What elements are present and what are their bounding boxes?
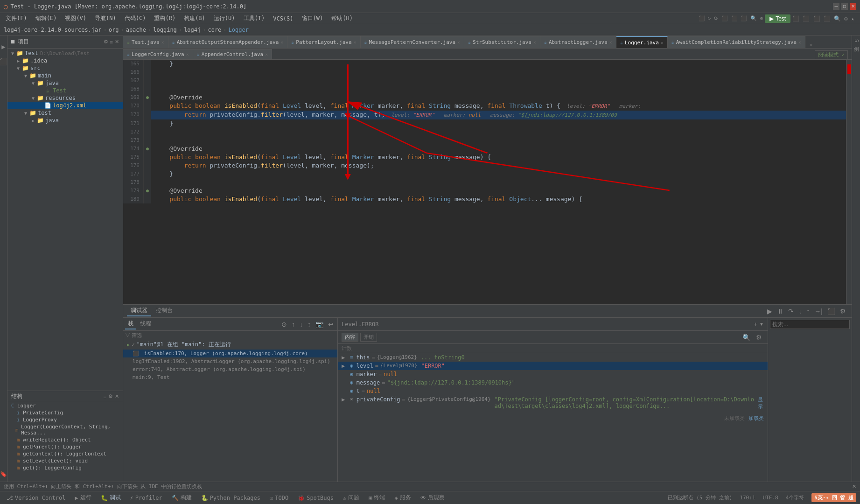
menu-edit[interactable]: 编辑(E) <box>32 14 61 23</box>
struct-item-privateconfig[interactable]: i PrivateConfig <box>7 409 123 416</box>
menu-view[interactable]: 视图(V) <box>61 14 90 23</box>
debug-resume[interactable]: ▶ <box>765 307 774 316</box>
status-encoding[interactable]: UTF-8 <box>763 495 778 501</box>
debug-btn-sort[interactable]: ↕ <box>306 320 313 329</box>
debug-subtab-stack[interactable]: 栈 <box>125 319 136 329</box>
var-t[interactable]: ▶ ◉ t = null <box>338 387 768 395</box>
tab-close-await[interactable]: ✕ <box>798 40 801 45</box>
expression-add-btn[interactable]: + <box>754 321 757 328</box>
tree-item-test-dir[interactable]: ▼ 📁 test <box>7 109 123 117</box>
var-marker[interactable]: ▶ ◉ marker = null <box>338 370 768 378</box>
status-position[interactable]: 170:1 <box>740 495 755 501</box>
bottom-python-packages[interactable]: 🐍 Python Packages <box>198 494 263 502</box>
tab-close-loggerconfig[interactable]: ✕ <box>186 52 189 57</box>
bottom-build[interactable]: 🔨 构建 <box>169 493 195 503</box>
struct-item-setlevel[interactable]: m setLevel(Level): void <box>7 457 123 464</box>
tree-item-main[interactable]: ▼ 📁 main <box>7 72 123 79</box>
debug-btn-camera[interactable]: 📷 <box>314 320 325 329</box>
left-icon-bookmark[interactable]: 🔖 <box>0 467 7 482</box>
breadcrumb-log4j[interactable]: log4j <box>184 27 201 33</box>
breadcrumb-logger[interactable]: Logger <box>229 27 249 33</box>
bottom-terminal[interactable]: ▣ 终端 <box>366 493 388 503</box>
breadcrumb-org[interactable]: org <box>109 27 119 33</box>
struct-item-get[interactable]: m get(): LoggerConfig <box>7 464 123 471</box>
stack-frame-3[interactable]: main:9, Test <box>123 373 337 381</box>
tab-appender-control[interactable]: ☕ AppenderControl.java ✕ <box>193 49 273 59</box>
bottom-problems[interactable]: ⚠ 问题 <box>340 493 362 503</box>
tab-await[interactable]: ☕ AwaitCompletionReliabilityStrategy.jav… <box>668 36 805 48</box>
var-show-more[interactable]: 显示 <box>758 396 764 410</box>
debug-tab-console[interactable]: 控制台 <box>152 306 176 316</box>
tab-close-abstract-logger[interactable]: ✕ <box>609 40 612 45</box>
tab-logger[interactable]: ☕ Logger.java ✕ <box>616 36 668 48</box>
debug-subtab-thread[interactable]: 线程 <box>137 319 154 329</box>
breadcrumb-apache[interactable]: apache <box>126 27 146 33</box>
tool-settings[interactable]: ≡ <box>110 39 113 45</box>
minimize-button[interactable]: ─ <box>833 3 839 10</box>
debug-run-to-cursor[interactable]: →| <box>812 307 825 316</box>
debug-btn-down[interactable]: ↓ <box>298 320 305 329</box>
toggle-content[interactable]: 内容 <box>342 333 358 342</box>
struct-item-getparent[interactable]: m getParent(): Logger <box>7 443 123 450</box>
menu-run[interactable]: 运行(U) <box>210 14 239 23</box>
struct-item-writereplace[interactable]: m writeReplace(): Object <box>7 436 123 443</box>
thread-filter-btn[interactable]: ▽ 筛选 <box>125 332 142 339</box>
breadcrumb-logging[interactable]: logging <box>153 27 177 33</box>
vars-search[interactable]: 🔍 <box>741 333 752 342</box>
thread-main[interactable]: ▶ ✓ "main"@1 在组 "main": 正在运行 <box>123 340 337 350</box>
bottom-todo[interactable]: ☑ TODO <box>267 494 291 502</box>
bottom-debug[interactable]: 🐛 调试 <box>98 493 124 503</box>
tab-test-java[interactable]: ☕ Test.java ✕ <box>123 36 168 48</box>
tree-item-resources[interactable]: ▼ 📁 resources <box>7 94 123 102</box>
tab-close-test[interactable]: ✕ <box>161 40 164 45</box>
var-level[interactable]: ▶ ◉ level = {Level@1970} "ERROR" <box>338 362 768 370</box>
structure-sort[interactable]: ≡ <box>104 393 106 399</box>
menu-file[interactable]: 文件(F) <box>2 14 31 23</box>
read-mode-btn[interactable]: 阅读模式 ✓ <box>815 50 848 59</box>
debug-btn-up[interactable]: ↑ <box>290 320 297 329</box>
debug-step-over[interactable]: ↷ <box>786 307 796 316</box>
tree-item-log4j2xml[interactable]: 📄 log4j2.xml <box>7 102 123 109</box>
tree-item-java-main[interactable]: ▼ 📁 java <box>7 79 123 87</box>
structure-close[interactable]: ✕ <box>115 393 119 399</box>
struct-item-logger[interactable]: C Logger <box>7 402 123 409</box>
debug-step-out[interactable]: ↑ <box>804 307 811 316</box>
tab-abstract-logger[interactable]: ☕ AbstractLogger.java ✕ <box>540 36 616 48</box>
tab-close-pattern[interactable]: ✕ <box>354 40 357 45</box>
bottom-version-control[interactable]: ⎇ Version Control <box>4 494 68 502</box>
tree-item-src[interactable]: ▼ 📁 src <box>7 64 123 72</box>
debug-settings[interactable]: ⚙ <box>838 307 848 316</box>
var-message[interactable]: ▶ ◉ message = "${jndi:ldap://127.0.0.1:1… <box>338 378 768 387</box>
debug-btn-restore[interactable]: ↩ <box>326 320 336 329</box>
tree-item-test-root[interactable]: ▼ 📁 Test D:\Download\Test <box>7 49 123 57</box>
tab-close-logger[interactable]: ✕ <box>661 40 664 45</box>
menu-navigate[interactable]: 导航(N) <box>91 14 120 23</box>
bottom-services[interactable]: ◈ 服务 <box>392 493 413 503</box>
struct-item-getcontext[interactable]: m getContext(): LoggerContext <box>7 450 123 457</box>
menu-help[interactable]: 帮助(H) <box>328 14 357 23</box>
left-icon-run[interactable]: ▶ <box>0 39 7 54</box>
bottom-run[interactable]: ▶ 运行 <box>72 493 94 503</box>
add-class-link[interactable]: 加载类 <box>748 415 764 422</box>
toggle-overhead[interactable]: 开销 <box>360 333 377 342</box>
bottom-spotbugs[interactable]: 🐞 SpotBugs <box>295 494 336 502</box>
menu-build[interactable]: 构建(B) <box>180 14 209 23</box>
search-input[interactable] <box>770 320 850 329</box>
menu-tools[interactable]: 工具(T) <box>240 14 269 23</box>
tree-item-java-test[interactable]: ▶ 📁 java <box>7 117 123 124</box>
tab-close-abstract[interactable]: ✕ <box>280 40 283 45</box>
left-icon-stop[interactable]: ⬛ <box>0 54 7 69</box>
code-editor[interactable]: 165 } 166 167 168 <box>123 60 852 304</box>
more-tabs[interactable]: » <box>805 42 816 48</box>
breadcrumb-jar[interactable]: log4j-core-2.14.0-sources.jar <box>4 27 102 33</box>
close-button[interactable]: ✕ <box>850 3 856 10</box>
tab-close-message[interactable]: ✕ <box>457 40 460 45</box>
bottom-git-watch[interactable]: 👁 后观察 <box>418 493 447 503</box>
tool-gear[interactable]: ⚙ <box>104 39 108 45</box>
run-button[interactable]: ▶ Test <box>765 14 790 23</box>
tab-close-appender[interactable]: ✕ <box>265 52 268 57</box>
maximize-button[interactable]: □ <box>841 3 848 10</box>
debug-pause[interactable]: ⏸ <box>775 307 785 316</box>
menu-vcs[interactable]: VCS(S) <box>269 14 297 23</box>
vars-settings[interactable]: ⚙ <box>754 333 764 342</box>
